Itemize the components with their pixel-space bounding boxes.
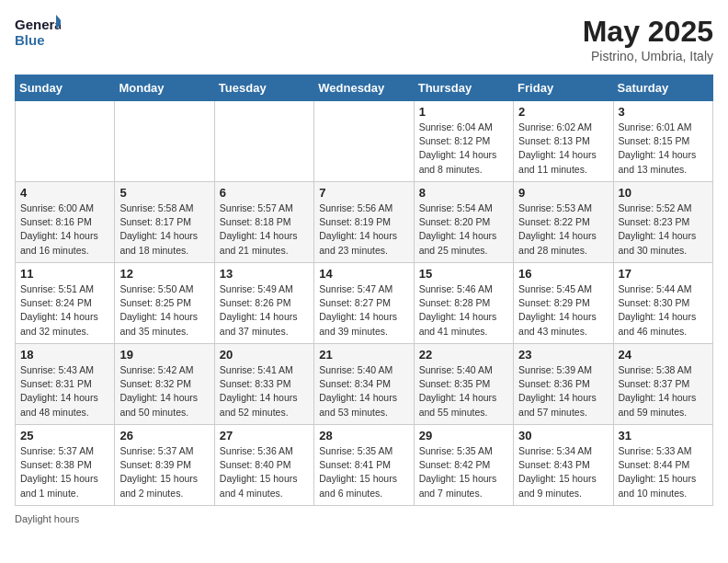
- calendar-dow-saturday: Saturday: [613, 75, 712, 101]
- day-info: Sunrise: 6:00 AMSunset: 8:16 PMDaylight:…: [20, 201, 109, 258]
- calendar-dow-thursday: Thursday: [414, 75, 513, 101]
- calendar-cell: 3Sunrise: 6:01 AMSunset: 8:15 PMDaylight…: [613, 101, 712, 182]
- calendar-cell: 8Sunrise: 5:54 AMSunset: 8:20 PMDaylight…: [414, 182, 513, 263]
- calendar-dow-wednesday: Wednesday: [314, 75, 414, 101]
- day-number: 15: [419, 267, 508, 281]
- day-number: 22: [419, 348, 508, 362]
- day-info: Sunrise: 5:51 AMSunset: 8:24 PMDaylight:…: [20, 282, 109, 339]
- day-number: 4: [20, 186, 109, 200]
- day-info: Sunrise: 5:52 AMSunset: 8:23 PMDaylight:…: [619, 201, 708, 258]
- day-number: 1: [419, 105, 508, 119]
- calendar-cell: 26Sunrise: 5:37 AMSunset: 8:39 PMDayligh…: [115, 425, 214, 506]
- day-info: Sunrise: 6:04 AMSunset: 8:12 PMDaylight:…: [419, 121, 508, 177]
- calendar-cell: [314, 101, 414, 182]
- day-number: 31: [619, 429, 708, 442]
- day-info: Sunrise: 5:56 AMSunset: 8:19 PMDaylight:…: [319, 201, 408, 258]
- svg-text:General: General: [15, 17, 61, 32]
- calendar-cell: 29Sunrise: 5:35 AMSunset: 8:42 PMDayligh…: [414, 425, 513, 506]
- calendar-cell: 11Sunrise: 5:51 AMSunset: 8:24 PMDayligh…: [16, 263, 115, 344]
- calendar-cell: 10Sunrise: 5:52 AMSunset: 8:23 PMDayligh…: [613, 182, 712, 263]
- calendar-dow-monday: Monday: [115, 75, 214, 101]
- day-number: 16: [518, 267, 608, 281]
- calendar-cell: 14Sunrise: 5:47 AMSunset: 8:27 PMDayligh…: [314, 263, 414, 344]
- day-number: 30: [518, 429, 608, 442]
- calendar-cell: 27Sunrise: 5:36 AMSunset: 8:40 PMDayligh…: [214, 425, 313, 506]
- day-info: Sunrise: 5:57 AMSunset: 8:18 PMDaylight:…: [220, 201, 309, 258]
- day-info: Sunrise: 5:49 AMSunset: 8:26 PMDaylight:…: [220, 282, 309, 339]
- day-info: Sunrise: 5:42 AMSunset: 8:32 PMDaylight:…: [119, 363, 209, 419]
- calendar-header-row: SundayMondayTuesdayWednesdayThursdayFrid…: [16, 75, 713, 101]
- day-number: 24: [619, 348, 708, 362]
- calendar-cell: 16Sunrise: 5:45 AMSunset: 8:29 PMDayligh…: [514, 263, 613, 344]
- calendar-cell: 18Sunrise: 5:43 AMSunset: 8:31 PMDayligh…: [16, 344, 115, 425]
- day-number: 28: [319, 429, 408, 442]
- day-number: 14: [319, 267, 408, 281]
- day-info: Sunrise: 5:40 AMSunset: 8:34 PMDaylight:…: [319, 363, 408, 419]
- calendar-table: SundayMondayTuesdayWednesdayThursdayFrid…: [15, 75, 713, 506]
- calendar-cell: 15Sunrise: 5:46 AMSunset: 8:28 PMDayligh…: [414, 263, 513, 344]
- calendar-cell: 4Sunrise: 6:00 AMSunset: 8:16 PMDaylight…: [16, 182, 115, 263]
- day-info: Sunrise: 5:53 AMSunset: 8:22 PMDaylight:…: [518, 201, 608, 258]
- calendar-cell: 23Sunrise: 5:39 AMSunset: 8:36 PMDayligh…: [514, 344, 613, 425]
- day-number: 26: [119, 429, 209, 442]
- day-info: Sunrise: 5:50 AMSunset: 8:25 PMDaylight:…: [119, 282, 209, 339]
- month-title: May 2025: [583, 15, 713, 49]
- calendar-cell: 1Sunrise: 6:04 AMSunset: 8:12 PMDaylight…: [414, 101, 513, 182]
- day-info: Sunrise: 5:34 AMSunset: 8:43 PMDaylight:…: [518, 444, 608, 500]
- calendar-week-row: 4Sunrise: 6:00 AMSunset: 8:16 PMDaylight…: [16, 182, 713, 263]
- daylight-label: Daylight hours: [15, 513, 79, 524]
- calendar-cell: 9Sunrise: 5:53 AMSunset: 8:22 PMDaylight…: [514, 182, 613, 263]
- day-number: 6: [220, 186, 309, 200]
- day-info: Sunrise: 5:45 AMSunset: 8:29 PMDaylight:…: [518, 282, 608, 339]
- calendar-dow-friday: Friday: [514, 75, 613, 101]
- day-number: 21: [319, 348, 408, 362]
- calendar-cell: 19Sunrise: 5:42 AMSunset: 8:32 PMDayligh…: [115, 344, 214, 425]
- day-info: Sunrise: 5:54 AMSunset: 8:20 PMDaylight:…: [419, 201, 508, 258]
- day-number: 10: [619, 186, 708, 200]
- day-info: Sunrise: 5:47 AMSunset: 8:27 PMDaylight:…: [319, 282, 408, 339]
- day-number: 11: [20, 267, 109, 281]
- svg-text:Blue: Blue: [15, 32, 45, 48]
- calendar-dow-sunday: Sunday: [16, 75, 115, 101]
- day-info: Sunrise: 5:37 AMSunset: 8:39 PMDaylight:…: [119, 444, 209, 500]
- day-info: Sunrise: 5:35 AMSunset: 8:42 PMDaylight:…: [419, 444, 508, 500]
- day-info: Sunrise: 5:43 AMSunset: 8:31 PMDaylight:…: [20, 363, 109, 419]
- day-number: 12: [119, 267, 209, 281]
- calendar-cell: 22Sunrise: 5:40 AMSunset: 8:35 PMDayligh…: [414, 344, 513, 425]
- day-number: 7: [319, 186, 408, 200]
- logo: GeneralBlue: [15, 15, 61, 50]
- location-subtitle: Pistrino, Umbria, Italy: [583, 49, 713, 63]
- calendar-cell: 2Sunrise: 6:02 AMSunset: 8:13 PMDaylight…: [514, 101, 613, 182]
- day-number: 8: [419, 186, 508, 200]
- title-block: May 2025 Pistrino, Umbria, Italy: [583, 15, 713, 63]
- calendar-cell: 12Sunrise: 5:50 AMSunset: 8:25 PMDayligh…: [115, 263, 214, 344]
- calendar-week-row: 18Sunrise: 5:43 AMSunset: 8:31 PMDayligh…: [16, 344, 713, 425]
- calendar-week-row: 1Sunrise: 6:04 AMSunset: 8:12 PMDaylight…: [16, 101, 713, 182]
- day-info: Sunrise: 5:35 AMSunset: 8:41 PMDaylight:…: [319, 444, 408, 500]
- calendar-cell: [115, 101, 214, 182]
- day-number: 29: [419, 429, 508, 442]
- calendar-cell: 24Sunrise: 5:38 AMSunset: 8:37 PMDayligh…: [613, 344, 712, 425]
- day-info: Sunrise: 5:44 AMSunset: 8:30 PMDaylight:…: [619, 282, 708, 339]
- day-number: 19: [119, 348, 209, 362]
- calendar-cell: 13Sunrise: 5:49 AMSunset: 8:26 PMDayligh…: [214, 263, 313, 344]
- day-info: Sunrise: 5:36 AMSunset: 8:40 PMDaylight:…: [220, 444, 309, 500]
- calendar-dow-tuesday: Tuesday: [214, 75, 313, 101]
- calendar-cell: 31Sunrise: 5:33 AMSunset: 8:44 PMDayligh…: [613, 425, 712, 506]
- day-info: Sunrise: 6:02 AMSunset: 8:13 PMDaylight:…: [518, 121, 608, 177]
- calendar-cell: 25Sunrise: 5:37 AMSunset: 8:38 PMDayligh…: [16, 425, 115, 506]
- day-info: Sunrise: 5:41 AMSunset: 8:33 PMDaylight:…: [220, 363, 309, 419]
- day-info: Sunrise: 5:37 AMSunset: 8:38 PMDaylight:…: [20, 444, 109, 500]
- day-number: 13: [220, 267, 309, 281]
- day-info: Sunrise: 5:46 AMSunset: 8:28 PMDaylight:…: [419, 282, 508, 339]
- calendar-cell: 30Sunrise: 5:34 AMSunset: 8:43 PMDayligh…: [514, 425, 613, 506]
- calendar-cell: 20Sunrise: 5:41 AMSunset: 8:33 PMDayligh…: [214, 344, 313, 425]
- calendar-cell: 28Sunrise: 5:35 AMSunset: 8:41 PMDayligh…: [314, 425, 414, 506]
- day-number: 2: [518, 105, 608, 119]
- calendar-cell: 21Sunrise: 5:40 AMSunset: 8:34 PMDayligh…: [314, 344, 414, 425]
- day-info: Sunrise: 5:40 AMSunset: 8:35 PMDaylight:…: [419, 363, 508, 419]
- calendar-cell: 7Sunrise: 5:56 AMSunset: 8:19 PMDaylight…: [314, 182, 414, 263]
- page-header: GeneralBlue May 2025 Pistrino, Umbria, I…: [15, 15, 713, 63]
- calendar-cell: [16, 101, 115, 182]
- day-number: 25: [20, 429, 109, 442]
